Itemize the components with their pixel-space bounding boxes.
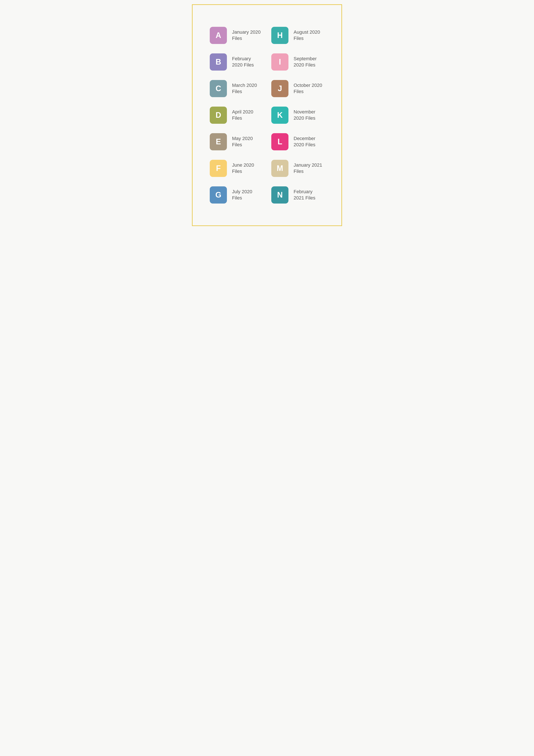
folder-icon-h: H — [271, 27, 288, 44]
folder-letter-g: G — [215, 190, 221, 200]
folder-icon-b: B — [210, 53, 227, 70]
folder-icon-l: L — [271, 133, 288, 150]
folder-label-f: June 2020 Files — [232, 162, 263, 175]
folder-label-n: February 2021 Files — [294, 189, 324, 201]
folder-letter-l: L — [278, 137, 282, 146]
folder-label-j: October 2020 Files — [294, 82, 324, 94]
folder-icon-e: E — [210, 133, 227, 150]
folder-icon-d: D — [210, 107, 227, 124]
folder-item-b[interactable]: BFebruary 2020 Files — [205, 49, 267, 75]
folder-letter-e: E — [216, 137, 221, 146]
folder-label-e: May 2020 Files — [232, 136, 263, 148]
folder-icon-j: J — [271, 80, 288, 97]
folder-item-g[interactable]: GJuly 2020 Files — [205, 182, 267, 208]
folder-item-i[interactable]: ISeptember 2020 Files — [267, 49, 329, 75]
folder-letter-d: D — [216, 111, 221, 120]
folder-icon-k: K — [271, 107, 288, 124]
folder-icon-g: G — [210, 186, 227, 203]
folder-icon-c: C — [210, 80, 227, 97]
folder-letter-n: N — [277, 190, 283, 200]
folder-item-m[interactable]: MJanuary 2021 Files — [267, 155, 329, 182]
folder-letter-m: M — [277, 164, 283, 173]
folder-letter-h: H — [277, 31, 283, 40]
folder-item-l[interactable]: LDecember 2020 Files — [267, 128, 329, 155]
folder-letter-b: B — [216, 58, 221, 67]
folder-label-i: September 2020 Files — [294, 56, 324, 68]
folder-icon-i: I — [271, 53, 288, 70]
folder-item-d[interactable]: DApril 2020 Files — [205, 102, 267, 128]
folder-icon-m: M — [271, 160, 288, 177]
folder-item-f[interactable]: FJune 2020 Files — [205, 155, 267, 182]
folder-label-d: April 2020 Files — [232, 109, 263, 121]
folder-item-c[interactable]: CMarch 2020 Files — [205, 75, 267, 102]
page-container: AJanuary 2020 FilesHAugust 2020 FilesBFe… — [192, 4, 342, 226]
folder-grid: AJanuary 2020 FilesHAugust 2020 FilesBFe… — [205, 22, 329, 208]
folder-letter-c: C — [216, 84, 221, 93]
folder-letter-j: J — [278, 84, 282, 93]
folder-icon-a: A — [210, 27, 227, 44]
folder-label-k: November 2020 Files — [294, 109, 324, 121]
folder-label-b: February 2020 Files — [232, 56, 263, 68]
folder-icon-n: N — [271, 186, 288, 203]
folder-label-g: July 2020 Files — [232, 189, 263, 201]
folder-item-h[interactable]: HAugust 2020 Files — [267, 22, 329, 49]
folder-letter-k: K — [277, 111, 283, 120]
folder-label-m: January 2021 Files — [294, 162, 324, 175]
folder-letter-f: F — [216, 164, 221, 173]
folder-label-h: August 2020 Files — [294, 29, 324, 41]
folder-item-e[interactable]: EMay 2020 Files — [205, 128, 267, 155]
folder-item-n[interactable]: NFebruary 2021 Files — [267, 182, 329, 208]
folder-icon-f: F — [210, 160, 227, 177]
folder-item-k[interactable]: KNovember 2020 Files — [267, 102, 329, 128]
folder-letter-a: A — [216, 31, 221, 40]
folder-label-c: March 2020 Files — [232, 82, 263, 94]
folder-item-j[interactable]: JOctober 2020 Files — [267, 75, 329, 102]
folder-label-l: December 2020 Files — [294, 136, 324, 148]
folder-letter-i: I — [279, 58, 281, 67]
folder-label-a: January 2020 Files — [232, 29, 263, 41]
folder-item-a[interactable]: AJanuary 2020 Files — [205, 22, 267, 49]
